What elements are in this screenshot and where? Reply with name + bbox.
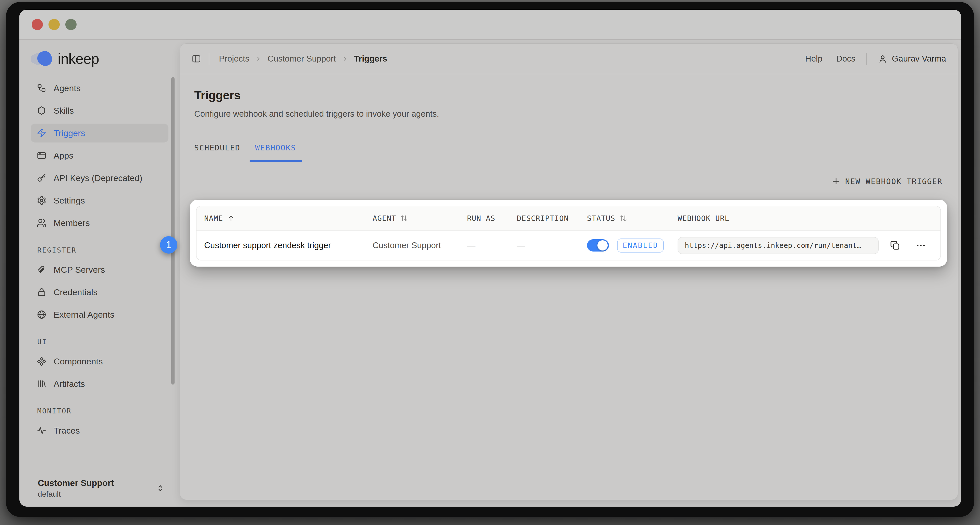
chevron-right-icon <box>342 56 348 62</box>
lock-icon <box>37 287 46 297</box>
window-titlebar <box>19 10 961 40</box>
sidebar-section-ui: UI <box>30 338 169 346</box>
sidebar-item-label: Settings <box>54 196 85 206</box>
sidebar-section-monitor: MONITOR <box>30 407 169 415</box>
annotation-step-badge: 1 <box>160 236 177 254</box>
sidebar-item-label: Components <box>54 356 103 366</box>
sidebar-nav: Agents Skills Triggers Apps <box>30 79 169 232</box>
copy-url-button[interactable] <box>890 240 900 251</box>
header-divider <box>209 53 209 65</box>
panel-left-icon <box>192 54 201 64</box>
trigger-run-as-cell: — <box>467 241 517 250</box>
new-webhook-trigger-button[interactable]: NEW WEBHOOK TRIGGER <box>830 175 943 188</box>
triggers-table-card: NAME AGENT RUN AS DESCRIPTION <box>190 200 947 266</box>
chevrons-up-down-icon <box>156 484 165 493</box>
inkeep-logo-text: inkeep <box>58 50 99 67</box>
zoom-window-button[interactable] <box>65 19 76 30</box>
key-icon <box>37 173 46 183</box>
webhook-url-field[interactable]: https://api.agents.inkeep.com/run/tenant… <box>678 237 879 254</box>
sidebar-toggle-button[interactable] <box>192 54 201 64</box>
column-header-status[interactable]: STATUS <box>587 214 678 223</box>
tabs: SCHEDULED WEBHOOKS <box>194 143 943 161</box>
sidebar-item-settings[interactable]: Settings <box>30 191 169 210</box>
sidebar-item-members[interactable]: Members <box>30 214 169 232</box>
workflow-icon <box>37 83 46 93</box>
sidebar-item-label: Agents <box>54 83 81 93</box>
sidebar-item-external-agents[interactable]: External Agents <box>30 305 169 324</box>
mcp-icon <box>37 265 46 274</box>
docs-link[interactable]: Docs <box>836 54 856 64</box>
webhook-triggers-table: NAME AGENT RUN AS DESCRIPTION <box>196 206 941 260</box>
trigger-webhook-url-cell: https://api.agents.inkeep.com/run/tenant… <box>678 237 933 254</box>
main-panel: Projects Customer Support Triggers Help … <box>180 43 958 500</box>
column-header-name[interactable]: NAME <box>204 214 372 223</box>
tab-webhooks[interactable]: WEBHOOKS <box>255 143 296 161</box>
sidebar-item-skills[interactable]: Skills <box>30 101 169 120</box>
column-header-description: DESCRIPTION <box>517 214 587 223</box>
sidebar-item-agents[interactable]: Agents <box>30 79 169 97</box>
status-toggle[interactable] <box>587 239 609 252</box>
close-window-button[interactable] <box>32 19 43 30</box>
sidebar-item-label: Apps <box>54 151 73 161</box>
app-window-icon <box>37 151 46 160</box>
new-webhook-trigger-label: NEW WEBHOOK TRIGGER <box>845 177 942 186</box>
sidebar-item-api-keys[interactable]: API Keys (Deprecated) <box>30 169 169 187</box>
globe-icon <box>37 310 46 319</box>
sidebar-item-credentials[interactable]: Credentials <box>30 282 169 302</box>
user-menu[interactable]: Gaurav Varma <box>878 54 946 64</box>
sidebar-item-components[interactable]: Components <box>30 352 169 371</box>
row-actions-button[interactable] <box>915 240 926 251</box>
trigger-status-cell: ENABLED <box>587 238 678 252</box>
help-link[interactable]: Help <box>805 54 822 64</box>
column-header-webhook-url: WEBHOOK URL <box>678 214 933 223</box>
project-switcher-variant: default <box>38 490 114 498</box>
library-icon <box>37 379 46 389</box>
sort-icon <box>619 214 627 222</box>
sidebar-item-triggers[interactable]: Triggers <box>30 124 169 142</box>
trigger-agent-cell: Customer Support <box>372 241 467 250</box>
actions-row: NEW WEBHOOK TRIGGER <box>194 175 943 188</box>
page-content: Triggers Configure webhook and scheduled… <box>180 74 958 500</box>
breadcrumb: Projects Customer Support Triggers <box>219 54 387 64</box>
tab-scheduled[interactable]: SCHEDULED <box>194 143 240 161</box>
sidebar-item-label: Members <box>54 218 90 228</box>
table-header-row: NAME AGENT RUN AS DESCRIPTION <box>197 206 940 231</box>
sidebar-item-label: MCP Servers <box>54 265 105 275</box>
app-body: inkeep Agents Skills Trig <box>19 40 961 507</box>
sidebar-item-traces[interactable]: Traces <box>30 421 169 440</box>
desktop-background: inkeep Agents Skills Trig <box>0 0 980 525</box>
page-subtitle: Configure webhook and scheduled triggers… <box>194 109 943 119</box>
minimize-window-button[interactable] <box>48 19 60 30</box>
inkeep-logo: inkeep <box>30 50 169 67</box>
trigger-description-cell: — <box>517 241 587 250</box>
header-divider <box>866 53 867 65</box>
sidebar: inkeep Agents Skills Trig <box>19 40 180 507</box>
sidebar-item-label: Skills <box>54 106 74 116</box>
sidebar-section-register: REGISTER <box>30 246 169 254</box>
project-switcher-name: Customer Support <box>38 478 114 488</box>
app-window: inkeep Agents Skills Trig <box>19 10 961 507</box>
plus-icon <box>832 177 841 186</box>
column-header-run-as: RUN AS <box>467 214 517 223</box>
column-header-agent[interactable]: AGENT <box>372 214 467 223</box>
breadcrumb-customer-support[interactable]: Customer Support <box>267 54 336 64</box>
sidebar-item-label: External Agents <box>54 310 115 320</box>
sidebar-item-label: Credentials <box>54 287 97 297</box>
gear-icon <box>37 196 46 205</box>
project-switcher[interactable]: Customer Support default <box>30 478 169 498</box>
ellipsis-icon <box>915 240 926 251</box>
zap-icon <box>37 128 46 138</box>
users-icon <box>37 218 46 228</box>
sidebar-item-apps[interactable]: Apps <box>30 146 169 165</box>
copy-icon <box>890 240 900 251</box>
breadcrumb-triggers: Triggers <box>354 54 387 64</box>
trigger-name-cell: Customer support zendesk trigger <box>204 241 372 250</box>
sidebar-scrollbar[interactable] <box>171 77 175 385</box>
sidebar-item-artifacts[interactable]: Artifacts <box>30 374 169 393</box>
app-window-frame: inkeep Agents Skills Trig <box>6 2 974 517</box>
sidebar-item-label: Triggers <box>54 128 85 138</box>
hexagon-icon <box>37 106 46 115</box>
sidebar-item-mcp-servers[interactable]: MCP Servers <box>30 260 169 279</box>
table-row[interactable]: Customer support zendesk trigger Custome… <box>197 231 940 260</box>
breadcrumb-projects[interactable]: Projects <box>219 54 249 64</box>
